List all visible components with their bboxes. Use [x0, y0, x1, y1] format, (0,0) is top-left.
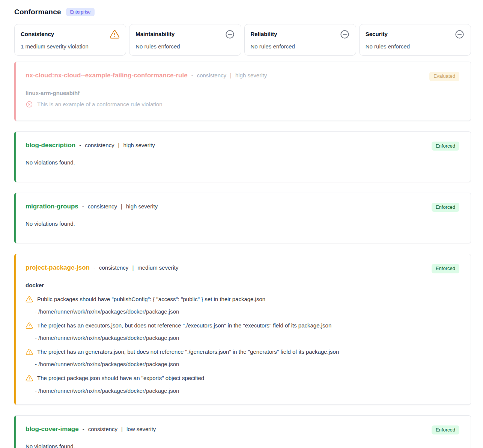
rule-card-header: migration-groups - consistency | high se…	[26, 203, 459, 212]
enterprise-plan-badge: Enterprise	[66, 8, 95, 16]
meta-pipe-separator: |	[118, 142, 120, 148]
conformance-page: Conformance Enterprise Consistency 1 med…	[0, 0, 483, 448]
x-circle-icon	[26, 101, 33, 110]
category-summary-card: Reliability No rules enforced	[244, 24, 356, 56]
category-status: 1 medium severity violation	[21, 43, 120, 50]
violation-message: This is an example of a conformance rule…	[37, 101, 163, 108]
rule-status-badge: Enforced	[432, 264, 459, 273]
violation-message: The project package.json should have an …	[37, 374, 204, 382]
rule-card: blog-description - consistency | high se…	[14, 131, 471, 182]
minus-circle-icon	[454, 29, 465, 39]
rule-title-row: blog-description - consistency | high se…	[26, 142, 155, 149]
violation-message-row: This is an example of a conformance rule…	[26, 101, 459, 110]
category-summary-row: Consistency 1 medium severity violation …	[14, 24, 471, 56]
no-violations-text: No violations found.	[26, 220, 459, 227]
minus-circle-icon	[225, 29, 235, 39]
rule-status-badge: Evaluated	[429, 72, 459, 81]
rules-list: nx-cloud:nx-cloud--example-failing-confo…	[14, 62, 471, 448]
category-summary-card: Consistency 1 medium severity violation	[14, 24, 126, 56]
rule-title-row: blog-cover-image - consistency | low sev…	[26, 425, 156, 433]
no-violations-text: No violations found.	[26, 443, 459, 448]
rule-card: blog-cover-image - consistency | low sev…	[14, 415, 471, 448]
summary-card-top: Security	[366, 29, 465, 39]
rule-card-body: linux-arm-gnueabihfThis is an example of…	[26, 90, 459, 110]
violation-item: The project has an generators.json, but …	[26, 348, 459, 367]
page-title: Conformance	[14, 8, 61, 16]
rule-name-link[interactable]: project-package-json	[26, 264, 90, 272]
minus-circle-icon	[340, 29, 350, 39]
rule-severity: high severity	[123, 142, 155, 148]
page-header: Conformance Enterprise	[14, 5, 471, 16]
violation-file-path: - /home/runner/work/nx/nx/packages/docke…	[26, 335, 459, 341]
rule-card-body: No violations found.	[26, 443, 459, 448]
project-name: linux-arm-gnueabihf	[26, 90, 459, 96]
rule-category: consistency	[85, 142, 114, 148]
meta-dash-separator: -	[82, 203, 84, 210]
violation-message-row: The project has an executors.json, but d…	[26, 322, 459, 331]
category-status: No rules enforced	[251, 43, 350, 50]
violation-message: Public packages should have "publishConf…	[37, 296, 265, 303]
rule-title-row: migration-groups - consistency | high se…	[26, 203, 158, 210]
rule-severity: high severity	[235, 72, 267, 78]
summary-card-top: Reliability	[251, 29, 350, 39]
rule-card: project-package-json - consistency | med…	[14, 254, 471, 404]
violation-item: The project has an executors.json, but d…	[26, 322, 459, 341]
warning-triangle-icon	[110, 29, 120, 39]
rule-category: consistency	[197, 72, 226, 78]
rule-name-link[interactable]: blog-cover-image	[26, 425, 79, 433]
category-label: Security	[366, 29, 388, 37]
rule-card-header: blog-cover-image - consistency | low sev…	[26, 425, 459, 434]
rule-card: nx-cloud:nx-cloud--example-failing-confo…	[14, 62, 471, 121]
violation-file-path: - /home/runner/work/nx/nx/packages/docke…	[26, 361, 459, 367]
violation-message-row: The project has an generators.json, but …	[26, 348, 459, 357]
category-summary-card: Security No rules enforced	[359, 24, 471, 56]
summary-card-top: Consistency	[21, 29, 120, 39]
meta-pipe-separator: |	[121, 203, 122, 210]
category-label: Consistency	[21, 29, 54, 37]
rule-card-body: dockerPublic packages should have "publi…	[26, 282, 459, 394]
rule-title-row: nx-cloud:nx-cloud--example-failing-confo…	[26, 72, 267, 79]
violation-item: Public packages should have "publishConf…	[26, 296, 459, 315]
rule-card-header: project-package-json - consistency | med…	[26, 264, 459, 273]
rule-status-badge: Enforced	[432, 425, 459, 434]
project-name: docker	[26, 282, 459, 288]
warning-triangle-icon	[26, 374, 33, 384]
warning-triangle-icon	[26, 322, 33, 331]
rule-severity: medium severity	[137, 264, 178, 271]
violation-item: The project package.json should have an …	[26, 374, 459, 394]
violation-message-row: The project package.json should have an …	[26, 374, 459, 384]
violation-item: This is an example of a conformance rule…	[26, 101, 459, 110]
rule-card: migration-groups - consistency | high se…	[14, 193, 471, 243]
category-label: Maintainability	[135, 29, 175, 37]
violation-file-path: - /home/runner/work/nx/nx/packages/docke…	[26, 388, 459, 394]
rule-status-badge: Enforced	[432, 203, 459, 212]
summary-card-top: Maintainability	[135, 29, 235, 39]
meta-dash-separator: -	[191, 72, 193, 78]
violation-message: The project has an executors.json, but d…	[37, 322, 331, 329]
no-violations-text: No violations found.	[26, 159, 459, 166]
category-summary-card: Maintainability No rules enforced	[129, 24, 241, 56]
rule-card-body: No violations found.	[26, 220, 459, 227]
meta-pipe-separator: |	[132, 264, 134, 271]
meta-pipe-separator: |	[230, 72, 232, 78]
violation-message-row: Public packages should have "publishConf…	[26, 296, 459, 305]
category-label: Reliability	[251, 29, 277, 37]
rule-name-link[interactable]: migration-groups	[26, 203, 78, 210]
meta-dash-separator: -	[79, 142, 81, 148]
rule-severity: low severity	[126, 426, 156, 432]
rule-category: consistency	[88, 203, 117, 210]
warning-triangle-icon	[26, 348, 33, 357]
violation-file-path: - /home/runner/work/nx/nx/packages/docke…	[26, 308, 459, 315]
rule-severity: high severity	[126, 203, 158, 210]
rule-name-link[interactable]: blog-description	[26, 142, 75, 149]
warning-triangle-icon	[26, 296, 33, 305]
meta-dash-separator: -	[83, 426, 84, 432]
rule-status-badge: Enforced	[432, 142, 459, 151]
rule-card-header: blog-description - consistency | high se…	[26, 142, 459, 151]
rule-title-row: project-package-json - consistency | med…	[26, 264, 178, 272]
rule-name-link[interactable]: nx-cloud:nx-cloud--example-failing-confo…	[26, 72, 188, 79]
rule-card-body: No violations found.	[26, 159, 459, 166]
category-status: No rules enforced	[366, 43, 465, 50]
rule-category: consistency	[88, 426, 117, 432]
meta-dash-separator: -	[93, 264, 95, 271]
